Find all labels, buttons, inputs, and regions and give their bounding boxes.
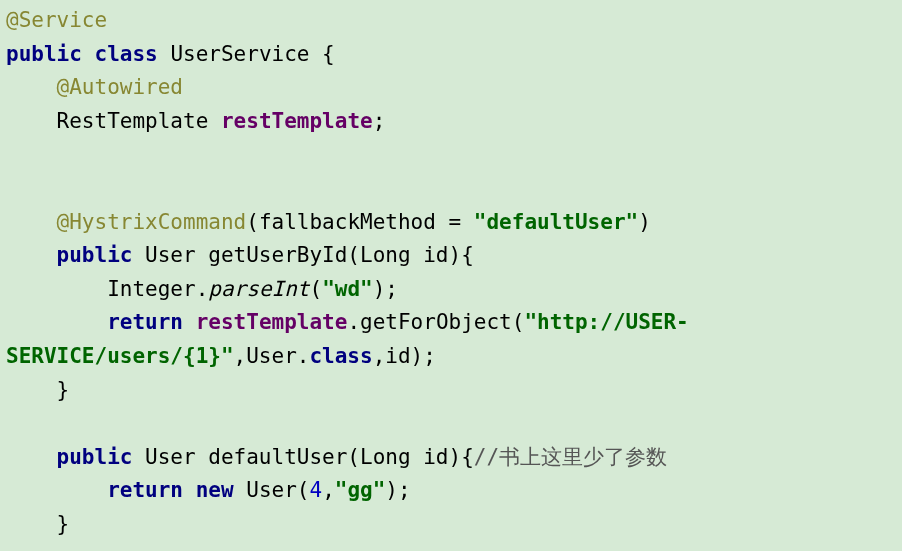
- field-name: restTemplate: [221, 109, 373, 133]
- method-call: parseInt: [208, 277, 309, 301]
- code-text: );: [385, 478, 410, 502]
- code-text: }: [57, 512, 70, 536]
- keyword-return: return: [107, 310, 183, 334]
- code-text: Integer.: [107, 277, 208, 301]
- indent: [6, 243, 57, 267]
- keyword-return: return: [107, 478, 183, 502]
- code-text: ,: [322, 478, 335, 502]
- code-text: .getForObject(: [347, 310, 524, 334]
- indent: [6, 277, 107, 301]
- indent: [6, 75, 57, 99]
- code-text: );: [373, 277, 398, 301]
- code-text: [183, 478, 196, 502]
- code-text: ,User.: [234, 344, 310, 368]
- code-text: UserService {: [158, 42, 335, 66]
- indent: [6, 512, 57, 536]
- annotation: @HystrixCommand: [57, 210, 247, 234]
- code-text: }: [57, 378, 70, 402]
- code-text: User(: [234, 478, 310, 502]
- code-editor[interactable]: @Service public class UserService { @Aut…: [0, 0, 902, 546]
- string-literal: "wd": [322, 277, 373, 301]
- string-literal: "defaultUser": [474, 210, 638, 234]
- annotation: @Service: [6, 8, 107, 32]
- indent: [6, 109, 57, 133]
- keyword-new: new: [196, 478, 234, 502]
- indent: [6, 210, 57, 234]
- annotation: @Autowired: [57, 75, 183, 99]
- field-name: restTemplate: [196, 310, 348, 334]
- indent: [6, 445, 57, 469]
- keyword-public: public: [57, 445, 133, 469]
- indent: [6, 310, 107, 334]
- indent: [6, 478, 107, 502]
- number-literal: 4: [309, 478, 322, 502]
- code-text: User getUserById(Long id){: [132, 243, 473, 267]
- keyword-class: class: [309, 344, 372, 368]
- code-text: (: [309, 277, 322, 301]
- keyword-public: public: [6, 42, 82, 66]
- keyword-class: class: [95, 42, 158, 66]
- keyword-public: public: [57, 243, 133, 267]
- code-text: [183, 310, 196, 334]
- type-name: RestTemplate: [57, 109, 221, 133]
- code-text: (fallbackMethod =: [246, 210, 474, 234]
- comment: //书上这里少了参数: [474, 445, 667, 469]
- code-text: ;: [373, 109, 386, 133]
- code-text: ,id);: [373, 344, 436, 368]
- code-text: ): [638, 210, 651, 234]
- indent: [6, 378, 57, 402]
- string-literal: "gg": [335, 478, 386, 502]
- code-text: User defaultUser(Long id){: [132, 445, 473, 469]
